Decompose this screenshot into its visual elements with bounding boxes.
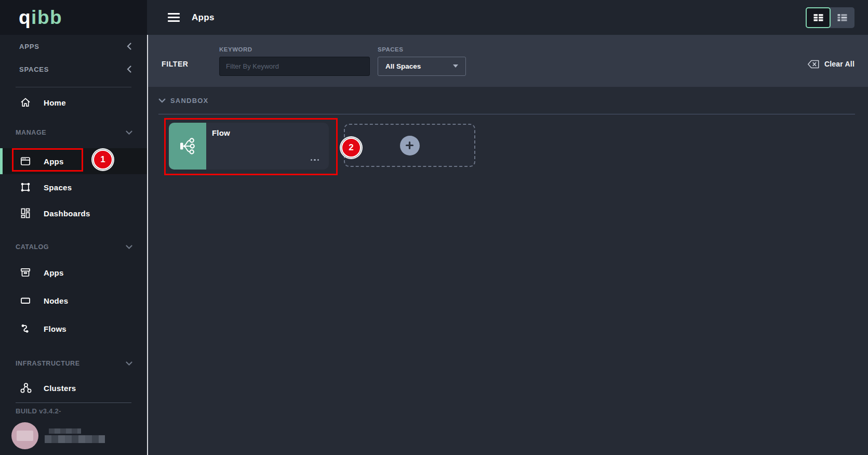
sidebar-item-apps-label: Apps <box>44 157 64 166</box>
body-row: APPS SPACES Home <box>0 35 868 455</box>
backspace-clear-icon <box>807 60 820 69</box>
user-profile[interactable] <box>11 422 147 449</box>
spaces-dropdown-value: All Spaces <box>385 62 421 70</box>
chevron-down-icon <box>126 245 132 249</box>
sidebar-item-apps[interactable]: Apps <box>0 148 147 174</box>
filter-bar: FILTER KEYWORD SPACES All Spaces <box>148 35 868 87</box>
grid-view-button[interactable] <box>806 7 831 28</box>
browser-window-icon <box>19 155 33 167</box>
app-card-flow[interactable]: Flow <box>169 123 329 170</box>
sidebar-group-spaces[interactable]: SPACES <box>0 58 147 81</box>
add-app-button[interactable] <box>400 136 420 155</box>
sidebar-item-clusters[interactable]: Clusters <box>0 375 147 401</box>
keyword-group: KEYWORD <box>219 46 370 76</box>
view-toggle <box>806 7 854 28</box>
plus-icon <box>405 141 414 150</box>
ellipsis-icon <box>317 159 319 161</box>
ellipsis-icon <box>311 159 313 161</box>
grid-view-icon <box>813 14 824 22</box>
chevron-down-icon <box>126 131 132 135</box>
username-blurred <box>45 428 105 443</box>
logo-text-ibb: ibb <box>31 7 62 28</box>
ellipsis-icon <box>314 159 316 161</box>
chevron-left-icon <box>127 66 131 73</box>
chevron-left-icon <box>127 43 131 50</box>
chevron-down-icon <box>158 98 166 103</box>
app-window: qibb Apps <box>0 0 868 455</box>
sidebar-item-spaces-label: Spaces <box>44 183 72 192</box>
content-area: SANDBOX <box>148 87 868 455</box>
sidebar-section-infrastructure[interactable]: INFRASTRUCTURE <box>0 352 147 375</box>
caret-down-icon <box>453 64 458 68</box>
sidebar-divider <box>16 87 131 87</box>
flow-squiggle-icon <box>19 322 33 335</box>
sidebar-section-manage-label: MANAGE <box>16 129 46 136</box>
sidebar-item-nodes-label: Nodes <box>44 296 68 305</box>
clear-all-label: Clear All <box>824 60 854 68</box>
qibb-logo[interactable]: qibb <box>19 8 62 27</box>
username-blur-line <box>45 435 105 443</box>
sandbox-section-header[interactable]: SANDBOX <box>158 94 868 107</box>
sidebar: APPS SPACES Home <box>0 35 148 455</box>
sidebar-group-apps-label: APPS <box>19 43 39 50</box>
sidebar-item-apps-catalog[interactable]: Apps <box>0 258 147 287</box>
keyword-input[interactable] <box>219 57 370 76</box>
page-title: Apps <box>192 12 215 23</box>
sidebar-item-dashboards[interactable]: Dashboards <box>0 200 147 226</box>
sidebar-group-apps[interactable]: APPS <box>0 35 147 58</box>
node-icon <box>19 294 33 307</box>
menu-icon[interactable] <box>168 13 180 22</box>
app-cards-row: Flow <box>169 123 868 170</box>
sidebar-section-catalog-label: CATALOG <box>16 243 49 251</box>
spaces-dropdown[interactable]: All Spaces <box>378 57 466 76</box>
spaces-label: SPACES <box>378 46 466 53</box>
topbar-main: Apps <box>147 0 868 35</box>
sidebar-item-home-label: Home <box>44 98 66 107</box>
spaces-group: SPACES All Spaces <box>378 46 466 76</box>
sidebar-item-apps-catalog-label: Apps <box>44 268 64 277</box>
sidebar-item-spaces[interactable]: Spaces <box>0 174 147 200</box>
app-card-title: Flow <box>206 123 230 170</box>
username-blur-line <box>49 428 81 434</box>
chevron-down-icon <box>126 361 132 366</box>
flow-branches-icon <box>176 134 199 158</box>
sidebar-item-flows[interactable]: Flows <box>0 315 147 343</box>
sidebar-section-catalog[interactable]: CATALOG <box>0 236 147 258</box>
build-version: BUILD v3.4.2- <box>0 403 147 415</box>
sidebar-item-flows-label: Flows <box>44 324 66 333</box>
sidebar-item-clusters-label: Clusters <box>44 384 76 393</box>
clear-all-button[interactable]: Clear All <box>807 60 854 69</box>
dashboard-icon <box>19 207 33 219</box>
sandbox-section-label: SANDBOX <box>170 97 208 105</box>
archive-box-icon <box>19 266 33 279</box>
logo-area: qibb <box>0 0 147 35</box>
flow-card-icon-tile <box>169 123 206 170</box>
filter-label: FILTER <box>162 60 219 68</box>
sidebar-item-home[interactable]: Home <box>0 88 147 117</box>
sidebar-item-nodes[interactable]: Nodes <box>0 287 147 315</box>
list-view-icon <box>837 14 848 22</box>
sidebar-section-infrastructure-label: INFRASTRUCTURE <box>16 360 80 367</box>
home-icon <box>19 96 33 109</box>
artboard-icon <box>19 181 33 193</box>
section-divider <box>158 114 855 114</box>
avatar[interactable] <box>11 422 38 449</box>
card-menu-button[interactable] <box>309 157 322 163</box>
logo-text-q: q <box>19 7 31 28</box>
add-app-card[interactable] <box>344 124 475 167</box>
sidebar-item-dashboards-label: Dashboards <box>44 209 90 218</box>
list-view-button[interactable] <box>830 7 854 28</box>
sidebar-group-spaces-label: SPACES <box>19 66 49 73</box>
cluster-network-icon <box>19 382 33 394</box>
sidebar-section-manage[interactable]: MANAGE <box>0 121 147 144</box>
keyword-label: KEYWORD <box>219 46 370 53</box>
main-area: FILTER KEYWORD SPACES All Spaces <box>148 35 868 455</box>
topbar: qibb Apps <box>0 0 868 35</box>
